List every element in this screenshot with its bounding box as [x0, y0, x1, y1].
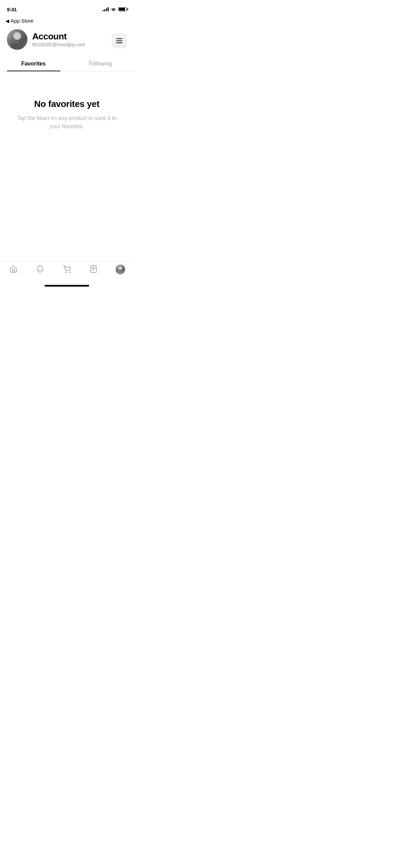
svg-point-9	[118, 266, 122, 270]
back-label: App Store	[11, 18, 34, 24]
status-time: 9:41	[7, 7, 17, 12]
back-arrow-icon: ◀	[5, 18, 9, 24]
home-indicator	[45, 285, 89, 287]
empty-state-subtitle: Tap the heart on any product to save it …	[14, 114, 120, 131]
empty-state-title: No favorites yet	[34, 99, 99, 109]
svg-point-4	[69, 272, 70, 273]
wifi-icon	[111, 7, 116, 11]
status-icons	[102, 7, 127, 11]
bottom-tab-home[interactable]	[0, 265, 27, 274]
hamburger-icon	[116, 40, 122, 41]
profile-tab-avatar	[116, 265, 125, 274]
avatar-silhouette	[7, 30, 27, 50]
avatar	[7, 29, 27, 50]
home-icon	[9, 265, 18, 274]
hamburger-icon	[116, 43, 122, 43]
bottom-tab-cart[interactable]	[53, 265, 80, 274]
bottom-tab-profile[interactable]	[107, 265, 134, 274]
bottom-tab-orders[interactable]	[80, 265, 107, 274]
profile-header: Account 851d33f2@moodjoy.com	[0, 26, 134, 55]
signal-icon	[102, 7, 109, 11]
tab-following[interactable]: Following	[67, 57, 134, 71]
hamburger-icon	[116, 38, 122, 39]
menu-button[interactable]	[112, 33, 127, 48]
battery-icon	[118, 7, 127, 11]
tab-favorites[interactable]: Favorites	[0, 57, 67, 71]
bell-icon	[36, 265, 45, 274]
cart-icon	[62, 265, 71, 274]
svg-point-0	[13, 32, 21, 40]
empty-state: No favorites yet Tap the heart on any pr…	[0, 71, 134, 144]
svg-rect-2	[11, 43, 23, 50]
tab-bar-top: Favorites Following	[0, 57, 134, 71]
status-bar: 9:41	[0, 0, 134, 16]
svg-rect-5	[91, 266, 96, 273]
svg-point-3	[65, 272, 66, 273]
orders-icon	[89, 265, 98, 274]
bottom-tab-notifications[interactable]	[27, 265, 53, 274]
back-navigation[interactable]: ◀ App Store	[0, 16, 134, 26]
svg-point-10	[117, 271, 124, 274]
